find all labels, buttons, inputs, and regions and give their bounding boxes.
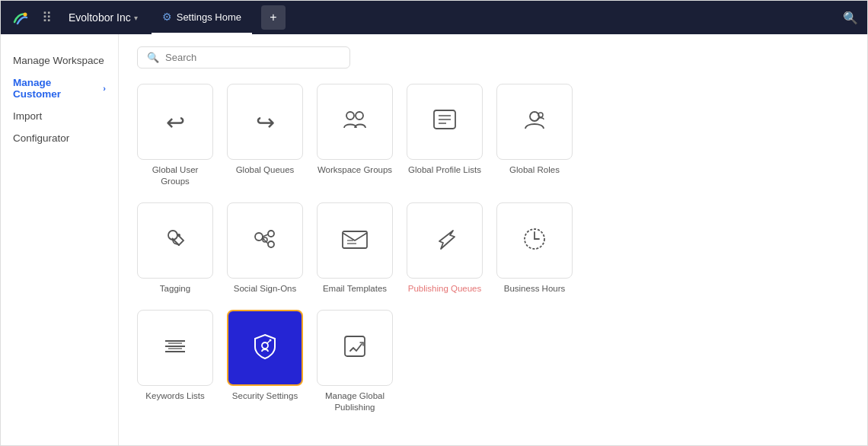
card-wrapper-business-hours: Business Hours [496,202,573,295]
manage-global-publishing-icon [342,333,368,362]
card-wrapper-workspace-groups: Workspace Groups [317,84,393,187]
nav-search-icon[interactable]: 🔍 [843,11,858,25]
card-label-business-hours: Business Hours [504,283,566,295]
svg-point-7 [530,112,539,121]
card-label-manage-global-publishing: Manage Global Publishing [317,390,393,413]
card-label-global-profile-lists: Global Profile Lists [408,164,481,176]
card-label-publishing-queues: Publishing Queues [408,283,482,295]
card-global-profile-lists[interactable] [407,84,483,160]
card-label-tagging: Tagging [160,283,190,295]
card-wrapper-keywords-lists: Keywords Lists [137,310,213,413]
sidebar-arrow-icon: › [103,84,106,93]
apps-icon[interactable]: ⠿ [42,9,52,26]
svg-point-26 [262,342,268,349]
card-wrapper-security-settings: Security Settings [227,310,303,413]
email-templates-icon [341,228,369,253]
settings-home-tab[interactable]: ⚙ Settings Home [152,1,252,34]
svg-rect-17 [343,231,367,248]
card-global-user-groups[interactable]: ↩ [137,84,213,160]
content-area: 🔍 ↩ Global User Groups ↪ Global Queues [119,34,867,445]
card-label-keywords-lists: Keywords Lists [145,390,204,402]
card-global-queues[interactable]: ↪ [227,84,303,160]
svg-point-0 [24,13,27,17]
social-sign-ons-icon [251,226,279,255]
card-label-social-sign-ons: Social Sign-Ons [234,283,296,295]
card-wrapper-publishing-queues: Publishing Queues [407,202,483,295]
grid-row-3: Keywords Lists [137,310,849,413]
svg-point-1 [346,112,354,119]
tagging-icon [162,226,188,255]
chevron-down-icon: ▾ [134,14,138,22]
sidebar-item-manage-workspace[interactable]: Manage Workspace [13,49,106,72]
card-label-global-user-groups: Global User Groups [137,164,213,187]
card-security-settings[interactable] [227,310,303,386]
sidebar: Manage Workspace Manage Customer › Impor… [1,34,119,445]
business-hours-icon [522,226,547,255]
global-roles-icon [522,109,547,135]
card-label-global-queues: Global Queues [236,164,295,176]
card-workspace-groups[interactable] [317,84,393,160]
svg-point-13 [268,241,274,247]
card-label-security-settings: Security Settings [232,390,298,402]
org-selector[interactable]: Evoltobor Inc ▾ [62,8,144,27]
sidebar-item-manage-customer[interactable]: Manage Customer › [13,72,106,105]
card-wrapper-global-user-groups: ↩ Global User Groups [137,84,213,187]
grid-row-1: ↩ Global User Groups ↪ Global Queues [137,84,849,187]
svg-point-2 [356,112,363,119]
publishing-queues-icon [432,226,458,255]
svg-point-12 [268,231,274,237]
add-tab-button[interactable]: + [261,5,286,30]
workspace-groups-icon [341,108,369,136]
card-wrapper-manage-global-publishing: Manage Global Publishing [317,310,393,413]
card-publishing-queues[interactable] [407,202,483,279]
card-wrapper-email-templates: Email Templates [317,202,393,295]
sidebar-item-import[interactable]: Import [13,105,106,127]
global-queues-icon: ↪ [256,109,275,135]
card-wrapper-global-queues: ↪ Global Queues [227,84,303,187]
card-global-roles[interactable] [496,84,573,160]
card-wrapper-tagging: Tagging [137,202,213,295]
search-icon: 🔍 [147,52,159,63]
svg-rect-28 [345,336,365,356]
app-container: ⠿ Evoltobor Inc ▾ ⚙ Settings Home + 🔍 Ma… [0,0,868,446]
search-bar[interactable]: 🔍 [137,46,350,68]
sidebar-item-configurator[interactable]: Configurator [13,127,106,149]
card-business-hours[interactable] [496,202,573,279]
global-user-groups-icon: ↩ [166,109,185,135]
card-wrapper-social-sign-ons: Social Sign-Ons [227,202,303,295]
card-label-global-roles: Global Roles [509,164,560,176]
card-tagging[interactable] [137,202,213,279]
security-settings-icon [251,332,279,364]
top-nav: ⠿ Evoltobor Inc ▾ ⚙ Settings Home + 🔍 [1,1,867,34]
card-social-sign-ons[interactable] [227,202,303,279]
card-wrapper-global-profile-lists: Global Profile Lists [407,84,483,187]
card-keywords-lists[interactable] [137,310,213,386]
grid-row-2: Tagging [137,202,849,295]
search-input[interactable] [165,52,340,63]
main-content: Manage Workspace Manage Customer › Impor… [1,34,867,445]
global-profile-lists-icon [432,109,457,135]
svg-point-10 [177,234,180,237]
card-label-workspace-groups: Workspace Groups [318,164,392,176]
logo-icon [10,7,31,28]
card-wrapper-global-roles: Global Roles [496,84,573,187]
card-email-templates[interactable] [317,202,393,279]
keywords-lists-icon [162,335,188,361]
svg-point-11 [255,233,263,241]
card-manage-global-publishing[interactable] [317,310,393,386]
svg-line-14 [263,234,268,237]
settings-tab-icon: ⚙ [162,11,172,23]
svg-point-27 [270,339,272,341]
card-label-email-templates: Email Templates [323,283,387,295]
